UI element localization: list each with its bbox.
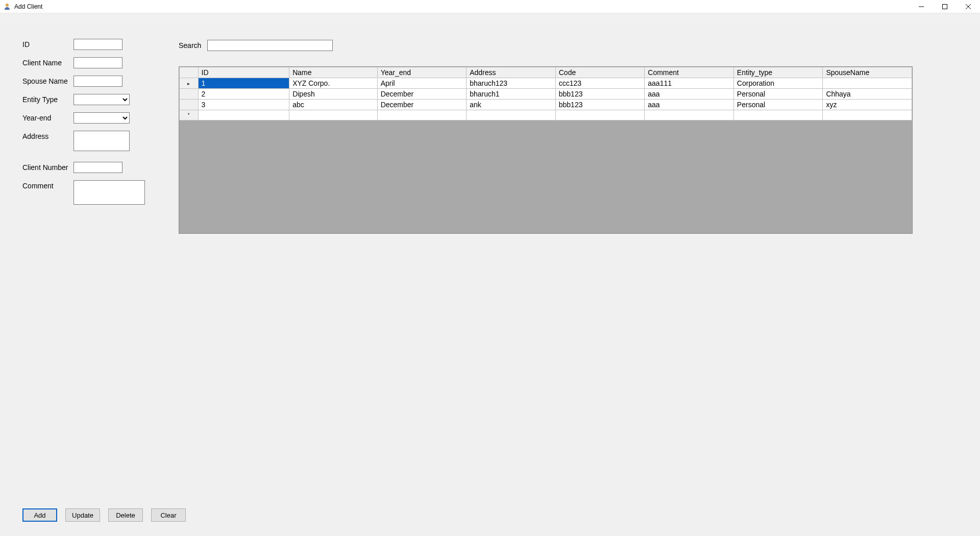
cell-id[interactable]: 3 bbox=[198, 100, 289, 110]
comment-label: Comment bbox=[22, 180, 74, 190]
cell-name[interactable]: XYZ Corpo. bbox=[289, 78, 378, 89]
cell-entity-type[interactable]: Corporation bbox=[733, 78, 823, 89]
cell-year-end[interactable] bbox=[377, 110, 467, 120]
svg-point-0 bbox=[6, 4, 9, 7]
table-row[interactable]: 3 abc December ank bbb123 aaa Personal x… bbox=[180, 100, 912, 110]
add-button[interactable]: Add bbox=[22, 508, 57, 522]
id-input[interactable] bbox=[74, 39, 122, 50]
cell-id[interactable]: 2 bbox=[198, 89, 289, 100]
svg-line-3 bbox=[966, 4, 971, 9]
col-entity-type[interactable]: Entity_type bbox=[733, 67, 823, 78]
col-spouse-name[interactable]: SpouseName bbox=[823, 67, 912, 78]
row-indicator-current: ▸ bbox=[180, 78, 199, 89]
cell-year-end[interactable]: December bbox=[377, 89, 467, 100]
col-address[interactable]: Address bbox=[467, 67, 556, 78]
svg-rect-2 bbox=[943, 4, 947, 9]
close-button[interactable] bbox=[957, 0, 980, 13]
row-indicator-new: * bbox=[180, 110, 199, 120]
clear-button[interactable]: Clear bbox=[151, 508, 186, 522]
cell-comment[interactable]: aaa bbox=[645, 100, 734, 110]
table-row[interactable]: 2 Dipesh December bharuch1 bbb123 aaa Pe… bbox=[180, 89, 912, 100]
row-indicator bbox=[180, 89, 199, 100]
cell-entity-type[interactable] bbox=[733, 110, 823, 120]
cell-comment[interactable] bbox=[645, 110, 734, 120]
cell-name[interactable]: abc bbox=[289, 100, 378, 110]
window-title: Add Client bbox=[14, 3, 42, 10]
title-bar: Add Client bbox=[0, 0, 980, 13]
client-name-input[interactable] bbox=[74, 57, 122, 68]
col-comment[interactable]: Comment bbox=[645, 67, 734, 78]
col-name[interactable]: Name bbox=[289, 67, 378, 78]
cell-comment[interactable]: aaa bbox=[645, 89, 734, 100]
cell-code[interactable]: bbb123 bbox=[555, 89, 645, 100]
row-indicator bbox=[180, 100, 199, 110]
year-end-select[interactable] bbox=[74, 112, 130, 124]
cell-entity-type[interactable]: Personal bbox=[733, 89, 823, 100]
update-button[interactable]: Update bbox=[65, 508, 100, 522]
button-bar: Add Update Delete Clear bbox=[22, 508, 186, 522]
cell-comment[interactable]: aaa111 bbox=[645, 78, 734, 89]
col-id[interactable]: ID bbox=[198, 67, 289, 78]
year-end-label: Year-end bbox=[22, 112, 74, 122]
cell-code[interactable]: ccc123 bbox=[555, 78, 645, 89]
address-input[interactable] bbox=[74, 131, 130, 151]
id-label: ID bbox=[22, 39, 74, 48]
delete-button[interactable]: Delete bbox=[108, 508, 143, 522]
client-name-label: Client Name bbox=[22, 57, 74, 67]
cell-id[interactable] bbox=[198, 110, 289, 120]
svg-line-4 bbox=[966, 4, 971, 9]
cell-code[interactable] bbox=[555, 110, 645, 120]
table-new-row[interactable]: * bbox=[180, 110, 912, 120]
cell-spouse-name[interactable]: Chhaya bbox=[823, 89, 912, 100]
entity-type-select[interactable] bbox=[74, 94, 130, 105]
cell-code[interactable]: bbb123 bbox=[555, 100, 645, 110]
client-grid[interactable]: ID Name Year_end Address Code Comment En… bbox=[179, 66, 913, 234]
minimize-button[interactable] bbox=[910, 0, 933, 13]
cell-spouse-name[interactable]: xyz bbox=[823, 100, 912, 110]
client-form-body: ID Client Name Spouse Name Entity Type Y… bbox=[0, 13, 980, 536]
search-area: Search bbox=[179, 40, 333, 51]
col-year-end[interactable]: Year_end bbox=[377, 67, 467, 78]
cell-spouse-name[interactable] bbox=[823, 110, 912, 120]
client-number-label: Client Number bbox=[22, 162, 74, 172]
cell-address[interactable]: bharuch123 bbox=[467, 78, 556, 89]
spouse-name-input[interactable] bbox=[74, 76, 122, 87]
client-number-input[interactable] bbox=[74, 162, 122, 173]
cell-name[interactable]: Dipesh bbox=[289, 89, 378, 100]
cell-name[interactable] bbox=[289, 110, 378, 120]
grid-header-row: ID Name Year_end Address Code Comment En… bbox=[180, 67, 912, 78]
cell-address[interactable]: ank bbox=[467, 100, 556, 110]
app-icon bbox=[3, 3, 11, 11]
search-input[interactable] bbox=[207, 40, 333, 51]
comment-input[interactable] bbox=[74, 180, 145, 205]
table-row[interactable]: ▸ 1 XYZ Corpo. April bharuch123 ccc123 a… bbox=[180, 78, 912, 89]
form-panel: ID Client Name Spouse Name Entity Type Y… bbox=[22, 39, 155, 213]
grid-corner[interactable] bbox=[180, 67, 199, 78]
search-label: Search bbox=[179, 41, 201, 50]
cell-spouse-name[interactable] bbox=[823, 78, 912, 89]
address-label: Address bbox=[22, 131, 74, 140]
cell-entity-type[interactable]: Personal bbox=[733, 100, 823, 110]
cell-address[interactable] bbox=[467, 110, 556, 120]
cell-address[interactable]: bharuch1 bbox=[467, 89, 556, 100]
maximize-button[interactable] bbox=[933, 0, 957, 13]
entity-type-label: Entity Type bbox=[22, 94, 74, 104]
spouse-name-label: Spouse Name bbox=[22, 76, 74, 85]
cell-year-end[interactable]: April bbox=[377, 78, 467, 89]
col-code[interactable]: Code bbox=[555, 67, 645, 78]
cell-year-end[interactable]: December bbox=[377, 100, 467, 110]
cell-id[interactable]: 1 bbox=[198, 78, 289, 89]
